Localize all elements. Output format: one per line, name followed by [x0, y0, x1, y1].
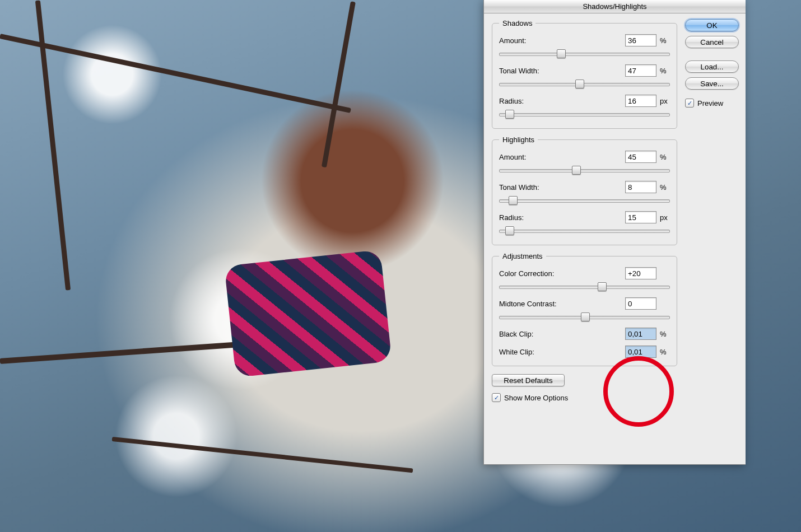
highlights-legend: Highlights	[499, 136, 538, 144]
black-clip-label: Black Clip:	[499, 330, 622, 338]
shadows-tonal-slider[interactable]	[499, 79, 670, 89]
unit-label: %	[660, 183, 670, 192]
shadows-amount-slider[interactable]	[499, 49, 670, 59]
reset-defaults-button[interactable]: Reset Defaults	[492, 374, 565, 386]
show-more-options-label: Show More Options	[504, 394, 568, 402]
unit-label: %	[660, 36, 670, 45]
checkmark-icon: ✓	[685, 99, 694, 108]
branch-decor	[0, 34, 351, 113]
branch-decor	[322, 1, 356, 167]
highlights-tonal-label: Tonal Width:	[499, 183, 622, 192]
highlights-radius-label: Radius:	[499, 213, 622, 222]
color-correction-input[interactable]	[625, 267, 656, 279]
shadows-radius-label: Radius:	[499, 97, 622, 105]
shadows-legend: Shadows	[499, 19, 535, 27]
dialog-title[interactable]: Shadows/Highlights	[484, 0, 746, 13]
black-clip-input[interactable]	[625, 328, 656, 340]
highlights-tonal-slider[interactable]	[499, 195, 670, 206]
highlights-radius-slider[interactable]	[499, 226, 670, 236]
adjustments-group: Adjustments Color Correction: . Midtone …	[492, 252, 677, 366]
shadows-radius-input[interactable]	[625, 95, 656, 107]
shadows-highlights-dialog: Shadows/Highlights Shadows Amount: % Ton…	[483, 0, 746, 465]
preview-checkbox[interactable]: ✓ Preview	[685, 99, 739, 108]
branch-decor	[112, 437, 413, 473]
highlights-amount-slider[interactable]	[499, 165, 670, 175]
shadows-group: Shadows Amount: % Tonal Width: %	[492, 19, 677, 129]
shadows-radius-slider[interactable]	[499, 109, 670, 119]
scarf-decor	[224, 250, 392, 377]
show-more-options-checkbox[interactable]: ✓ Show More Options	[492, 393, 677, 402]
highlights-tonal-input[interactable]	[625, 181, 656, 193]
shadows-amount-input[interactable]	[625, 34, 656, 46]
unit-label: px	[660, 97, 670, 105]
highlights-amount-input[interactable]	[625, 151, 656, 163]
highlights-group: Highlights Amount: % Tonal Width: %	[492, 136, 677, 245]
color-correction-slider[interactable]	[499, 282, 670, 292]
unit-label: %	[660, 67, 670, 75]
midtone-contrast-label: Midtone Contrast:	[499, 300, 622, 308]
cancel-button[interactable]: Cancel	[685, 36, 739, 48]
unit-label: %	[660, 153, 670, 161]
save-button[interactable]: Save...	[685, 77, 739, 90]
midtone-contrast-input[interactable]	[625, 297, 656, 310]
ok-button[interactable]: OK	[685, 19, 739, 31]
load-button[interactable]: Load...	[685, 60, 739, 73]
color-correction-label: Color Correction:	[499, 269, 622, 278]
highlights-amount-label: Amount:	[499, 153, 622, 161]
unit-label: px	[660, 213, 670, 222]
white-clip-input[interactable]	[625, 346, 656, 358]
checkmark-icon: ✓	[492, 393, 501, 402]
branch-decor	[35, 0, 71, 290]
shadows-tonal-label: Tonal Width:	[499, 67, 622, 75]
unit-label: %	[660, 330, 670, 338]
shadows-amount-label: Amount:	[499, 36, 622, 45]
shadows-tonal-input[interactable]	[625, 64, 656, 77]
white-clip-label: White Clip:	[499, 348, 622, 356]
preview-label: Preview	[697, 99, 723, 108]
midtone-contrast-slider[interactable]	[499, 312, 670, 322]
highlights-radius-input[interactable]	[625, 211, 656, 223]
adjustments-legend: Adjustments	[499, 252, 546, 260]
unit-label: %	[660, 348, 670, 356]
